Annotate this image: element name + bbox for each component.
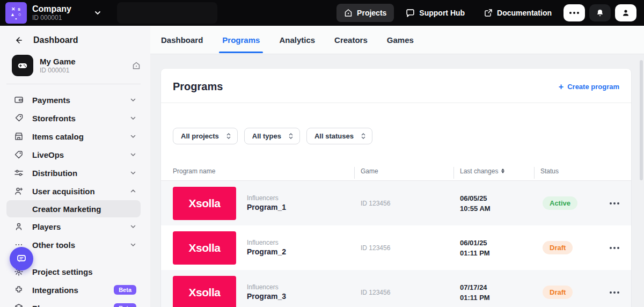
sidebar-menu: Payments Storefronts Items catalog LiveO… [0, 87, 150, 307]
chevron-down-icon [130, 133, 136, 140]
sliders-icon [14, 168, 24, 178]
chevron-down-icon [130, 115, 136, 121]
program-name: Program_1 [247, 202, 286, 213]
create-program-button[interactable]: + Create program [559, 83, 619, 91]
sidebar-item-items-catalog[interactable]: Items catalog [6, 127, 141, 145]
column-last-changes[interactable]: Last changes [453, 167, 534, 175]
chevron-down-icon [130, 97, 136, 103]
projects-label: Projects [357, 9, 386, 17]
sidebar-item-partial[interactable]: Play... Beta [6, 299, 141, 307]
tab-games[interactable]: Games [386, 27, 415, 53]
beta-badge: Beta [114, 285, 136, 295]
row-actions-button[interactable] [610, 247, 619, 249]
wallet-icon [14, 95, 24, 105]
more-menu-button[interactable] [564, 4, 585, 21]
change-date: 06/01/25 [460, 238, 534, 248]
gamepad-icon [12, 55, 33, 76]
row-actions-button[interactable] [610, 291, 619, 294]
company-logo-icon: ✕s▲○▪ [5, 2, 27, 24]
notifications-button[interactable] [589, 4, 611, 21]
last-changes: 06/05/25 10:55 AM [453, 193, 534, 214]
column-program-name: Program name [173, 167, 354, 175]
tag-icon [14, 150, 24, 159]
statuses-filter-select[interactable]: All statuses [306, 128, 372, 144]
sidebar-item-label: Play... [32, 304, 55, 307]
project-name: My Game [40, 57, 76, 67]
chat-bubble-icon [16, 253, 27, 265]
status-badge: Draft [543, 286, 573, 299]
main-area: Dashboard Programs Analytics Creators Ga… [150, 26, 644, 307]
back-to-dashboard[interactable]: Dashboard [0, 26, 150, 45]
change-time: 10:55 AM [460, 203, 534, 214]
types-filter-value: All types [252, 132, 281, 140]
column-status: Status [534, 167, 631, 175]
change-date: 07/17/24 [460, 282, 534, 293]
sidebar-item-label: Payments [32, 96, 70, 105]
select-arrows-icon [361, 133, 365, 139]
tags-icon [14, 113, 24, 123]
puzzle-icon [14, 285, 24, 295]
chevron-up-icon [130, 188, 136, 194]
projects-filter-value: All projects [181, 132, 219, 140]
tab-dashboard[interactable]: Dashboard [160, 27, 204, 53]
change-time: 01:11 PM [460, 248, 534, 258]
chevron-down-icon [130, 151, 136, 158]
documentation-button[interactable]: Documentation [477, 4, 559, 22]
content: Programs + Create program All projects A… [150, 55, 644, 307]
company-name: Company [32, 4, 71, 14]
support-hub-button[interactable]: Support Hub [398, 4, 472, 23]
support-hub-label: Support Hub [419, 9, 465, 17]
filters-row: All projects All types All statuses [161, 103, 631, 144]
sidebar-item-label: User acquisition [32, 187, 95, 196]
sidebar-item-user-acquisition[interactable]: User acquisition [6, 182, 141, 200]
store-icon [14, 131, 24, 141]
tab-programs[interactable]: Programs [221, 27, 261, 53]
select-arrows-icon [289, 133, 293, 139]
sort-icon [501, 169, 504, 173]
status-badge: Active [543, 196, 577, 210]
bell-icon [596, 9, 604, 17]
live-chat-button[interactable] [10, 247, 33, 271]
sidebar-item-creator-marketing[interactable]: Creator Marketing [6, 200, 141, 217]
programs-table: Program name Game Last changes Status Xs… [161, 162, 631, 307]
back-label: Dashboard [33, 35, 78, 45]
table-row[interactable]: Xsolla Influencers Program_2 ID 123456 0… [161, 225, 631, 270]
user-icon [621, 9, 630, 17]
account-button[interactable] [615, 4, 636, 21]
home-icon[interactable] [132, 61, 141, 70]
vertical-scrollbar[interactable] [640, 60, 643, 180]
sidebar-item-distribution[interactable]: Distribution [6, 164, 141, 182]
change-time: 01:11 PM [460, 293, 534, 303]
sidebar-item-liveops[interactable]: LiveOps [6, 145, 141, 164]
row-actions-button[interactable] [610, 202, 619, 204]
table-row[interactable]: Xsolla Influencers Program_3 ID 123456 0… [161, 270, 631, 307]
tab-analytics[interactable]: Analytics [278, 27, 316, 53]
types-filter-select[interactable]: All types [244, 128, 300, 144]
sidebar-item-label: Project settings [32, 267, 93, 276]
chevron-down-icon[interactable] [94, 9, 101, 17]
sidebar-item-payments[interactable]: Payments [6, 91, 141, 109]
company-id: ID 000001 [32, 14, 71, 21]
projects-filter-select[interactable]: All projects [173, 128, 238, 144]
external-link-icon [484, 9, 493, 17]
xsolla-logo: Xsolla [173, 231, 236, 265]
last-changes: 07/17/24 01:11 PM [453, 282, 534, 303]
sidebar-item-label: Distribution [32, 169, 77, 178]
table-row[interactable]: Xsolla Influencers Program_1 ID 123456 0… [161, 181, 631, 225]
company-switcher[interactable]: ✕s▲○▪ Company ID 000001 [0, 2, 101, 24]
topbar-placeholder [117, 2, 217, 24]
tab-bar: Dashboard Programs Analytics Creators Ga… [150, 26, 644, 54]
chevron-down-icon [130, 242, 136, 248]
project-id: ID 000001 [40, 67, 76, 75]
program-type: Influencers [247, 194, 286, 202]
sidebar-item-players[interactable]: Players [6, 217, 141, 236]
sidebar-item-label: Other tools [32, 240, 75, 250]
plus-icon: + [559, 83, 564, 91]
sidebar-item-integrations[interactable]: Integrations Beta [6, 281, 141, 299]
project-switcher[interactable]: My Game ID 000001 [12, 55, 141, 76]
sidebar-item-label: Storefronts [32, 114, 76, 123]
sidebar-item-storefronts[interactable]: Storefronts [6, 109, 141, 127]
chevron-down-icon [130, 170, 136, 176]
projects-button[interactable]: Projects [336, 4, 394, 22]
tab-creators[interactable]: Creators [333, 27, 369, 53]
